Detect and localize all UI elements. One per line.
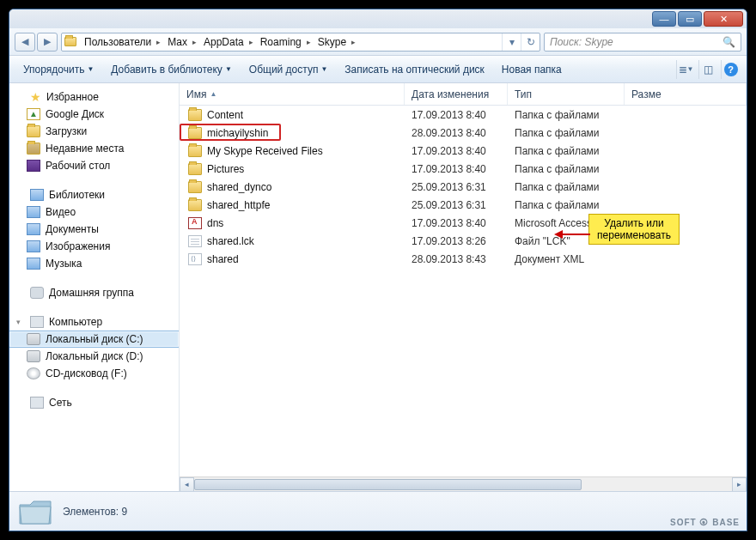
sidebar-item[interactable]: Недавние места — [9, 140, 179, 157]
search-placeholder: Поиск: Skype — [550, 36, 613, 48]
col-size[interactable]: Разме — [625, 83, 747, 105]
sidebar-item[interactable]: Изображения — [9, 238, 179, 255]
file-name: shared_httpfe — [207, 199, 270, 211]
status-bar: Элементов: 9 — [9, 491, 747, 531]
file-name: shared — [207, 253, 239, 265]
sidebar: ★Избранное ▲Google Диск Загрузки Недавни… — [9, 83, 180, 491]
content-pane: Имя▲ Дата изменения Тип Разме Content17.… — [180, 83, 747, 491]
svg-marker-1 — [554, 230, 563, 239]
sidebar-item[interactable]: Музыка — [9, 255, 179, 272]
forward-button[interactable]: ▶ — [37, 33, 58, 52]
file-name: shared_dynco — [207, 181, 271, 193]
folder-icon — [188, 145, 202, 157]
file-type: Папка с файлами — [508, 127, 625, 139]
help-button[interactable]: ? — [721, 60, 740, 79]
back-button[interactable]: ◀ — [15, 33, 35, 52]
file-date: 28.09.2013 8:43 — [405, 253, 508, 265]
search-input[interactable]: Поиск: Skype 🔍 — [544, 33, 741, 52]
folder-icon — [18, 498, 52, 525]
breadcrumb-item[interactable]: Skype — [313, 33, 357, 51]
col-date[interactable]: Дата изменения — [405, 83, 508, 105]
file-type: Папка с файлами — [508, 145, 625, 157]
sidebar-item-cd[interactable]: CD-дисковод (F:) — [9, 365, 179, 382]
file-row[interactable]: shared28.09.2013 8:43Документ XML — [180, 250, 747, 268]
annotation-tooltip: Удалить или переименовать — [588, 214, 680, 245]
file-date: 17.09.2013 8:40 — [405, 163, 508, 175]
sidebar-item[interactable]: Загрузки — [9, 123, 179, 140]
folder-icon — [188, 181, 202, 193]
doc-icon — [188, 235, 202, 247]
sidebar-item[interactable]: ▲Google Диск — [9, 106, 179, 123]
breadcrumb-item[interactable]: Пользователи — [79, 33, 162, 51]
file-name: dns — [207, 217, 223, 229]
minimize-button[interactable]: — — [652, 11, 676, 27]
view-mode-button[interactable]: ≣ ▼ — [676, 60, 695, 79]
status-text: Элементов: 9 — [63, 506, 127, 518]
sidebar-homegroup[interactable]: Домашняя группа — [9, 284, 179, 301]
dns-icon — [188, 217, 202, 229]
sidebar-favorites[interactable]: ★Избранное — [9, 88, 179, 106]
scroll-left-button[interactable]: ◂ — [180, 477, 194, 492]
refresh-icon[interactable]: ↻ — [521, 33, 540, 51]
file-type: Папка с файлами — [508, 181, 625, 193]
sidebar-item[interactable]: Видео — [9, 203, 179, 221]
sidebar-item[interactable]: Рабочий стол — [9, 157, 179, 174]
file-type: Папка с файлами — [508, 109, 625, 121]
col-name[interactable]: Имя▲ — [180, 83, 405, 105]
file-name: Pictures — [207, 163, 244, 175]
file-date: 17.09.2013 8:26 — [405, 235, 508, 247]
file-name: My Skype Received Files — [207, 145, 323, 157]
file-date: 28.09.2013 8:40 — [405, 127, 508, 139]
file-type: Папка с файлами — [508, 199, 625, 211]
close-button[interactable]: ✕ — [704, 11, 743, 27]
folder-icon — [188, 109, 202, 121]
address-bar[interactable]: Пользователи Max AppData Roaming Skype ▾… — [61, 33, 540, 52]
xml-icon — [188, 253, 202, 265]
folder-icon — [188, 127, 202, 139]
include-in-library-button[interactable]: Добавить в библиотеку▼ — [104, 61, 238, 78]
sidebar-computer[interactable]: ▾Компьютер — [9, 313, 179, 331]
folder-icon — [188, 199, 202, 211]
share-button[interactable]: Общий доступ▼ — [242, 61, 335, 78]
file-type: Папка с файлами — [508, 163, 625, 175]
toolbar: Упорядочить▼ Добавить в библиотеку▼ Общи… — [9, 56, 747, 83]
burn-button[interactable]: Записать на оптический диск — [338, 61, 491, 78]
scroll-right-button[interactable]: ▸ — [732, 477, 747, 492]
file-date: 25.09.2013 6:31 — [405, 181, 508, 193]
file-row[interactable]: Content17.09.2013 8:40Папка с файлами — [180, 106, 747, 124]
search-icon: 🔍 — [722, 36, 735, 48]
new-folder-button[interactable]: Новая папка — [495, 61, 569, 78]
file-row[interactable]: shared_dynco25.09.2013 6:31Папка с файла… — [180, 178, 747, 196]
breadcrumb-item[interactable]: AppData — [198, 33, 255, 51]
annotation-arrow-icon — [554, 228, 590, 241]
file-date: 17.09.2013 8:40 — [405, 145, 508, 157]
file-row[interactable]: shared_httpfe25.09.2013 6:31Папка с файл… — [180, 196, 747, 214]
column-headers: Имя▲ Дата изменения Тип Разме — [180, 83, 747, 106]
sidebar-item-drive-c[interactable]: Локальный диск (C:) — [9, 331, 179, 348]
file-name: Content — [207, 109, 243, 121]
maximize-button[interactable]: ▭ — [678, 11, 702, 27]
sidebar-libraries[interactable]: Библиотеки — [9, 186, 179, 203]
file-row[interactable]: My Skype Received Files17.09.2013 8:40Па… — [180, 142, 747, 160]
address-dropdown-icon[interactable]: ▾ — [502, 33, 521, 51]
sidebar-item-drive-d[interactable]: Локальный диск (D:) — [9, 348, 179, 365]
sidebar-item[interactable]: Документы — [9, 221, 179, 238]
explorer-window: — ▭ ✕ ◀ ▶ Пользователи Max AppData Roami… — [9, 9, 747, 531]
titlebar: — ▭ ✕ — [9, 9, 747, 28]
file-row[interactable]: Pictures17.09.2013 8:40Папка с файлами — [180, 160, 747, 178]
file-list: Content17.09.2013 8:40Папка с файламиmic… — [180, 106, 747, 476]
sidebar-network[interactable]: Сеть — [9, 394, 179, 411]
nav-row: ◀ ▶ Пользователи Max AppData Roaming Sky… — [9, 28, 747, 56]
organize-button[interactable]: Упорядочить▼ — [16, 61, 101, 78]
preview-pane-button[interactable]: ◫ — [698, 60, 717, 79]
breadcrumb-item[interactable]: Roaming — [255, 33, 313, 51]
file-type: Документ XML — [508, 253, 625, 265]
file-date: 17.09.2013 8:40 — [405, 217, 508, 229]
folder-icon — [188, 163, 202, 175]
file-row[interactable]: michayilyshin28.09.2013 8:40Папка с файл… — [180, 124, 747, 142]
file-name: shared.lck — [207, 235, 254, 247]
col-type[interactable]: Тип — [508, 83, 625, 105]
breadcrumb-item[interactable]: Max — [162, 33, 198, 51]
watermark: SOFT ⦿ BASE — [670, 518, 740, 527]
horizontal-scrollbar[interactable]: ◂ ▸ — [180, 476, 747, 491]
